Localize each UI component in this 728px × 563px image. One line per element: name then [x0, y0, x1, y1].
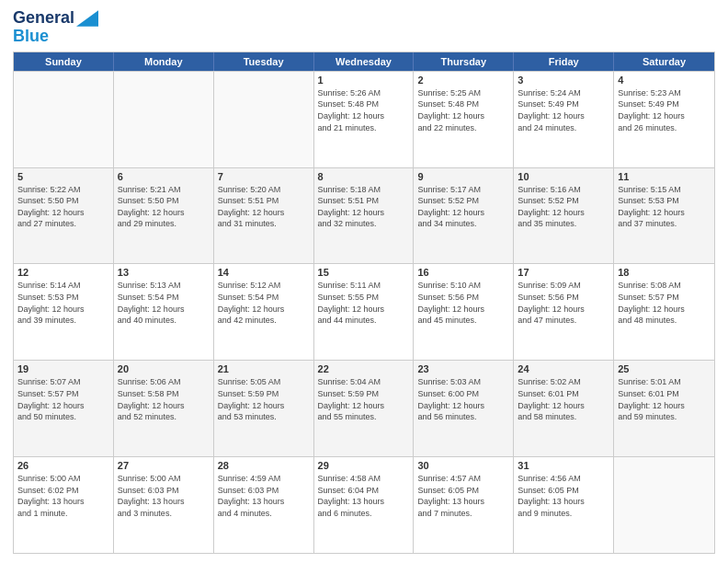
header-day-tuesday: Tuesday [214, 52, 314, 71]
cell-day-number: 30 [417, 460, 509, 471]
cell-day-number: 18 [618, 267, 711, 278]
calendar-cell-1-6: 11Sunrise: 5:15 AMSunset: 5:53 PMDayligh… [614, 168, 714, 264]
calendar-cell-3-6: 25Sunrise: 5:01 AMSunset: 6:01 PMDayligh… [614, 361, 714, 456]
calendar-row-2: 12Sunrise: 5:14 AMSunset: 5:53 PMDayligh… [14, 263, 714, 360]
calendar-cell-4-0: 26Sunrise: 5:00 AMSunset: 6:02 PMDayligh… [14, 457, 114, 553]
cell-day-number: 8 [318, 171, 410, 182]
cell-day-number: 3 [518, 75, 609, 86]
cell-day-number: 16 [417, 267, 509, 278]
cell-day-number: 13 [118, 267, 210, 278]
cell-day-number: 5 [17, 171, 109, 182]
logo-icon [76, 9, 98, 28]
calendar-header: SundayMondayTuesdayWednesdayThursdayFrid… [14, 52, 714, 71]
header-day-monday: Monday [114, 52, 214, 71]
calendar-cell-0-4: 2Sunrise: 5:25 AMSunset: 5:48 PMDaylight… [414, 72, 514, 167]
cell-day-number: 19 [17, 363, 109, 374]
cell-day-number: 11 [618, 171, 711, 182]
calendar-row-1: 5Sunrise: 5:22 AMSunset: 5:50 PMDaylight… [14, 167, 714, 264]
cell-info-text: Sunrise: 5:08 AMSunset: 5:57 PMDaylight:… [618, 280, 711, 326]
header-day-thursday: Thursday [414, 52, 514, 71]
cell-day-number: 9 [417, 171, 509, 182]
calendar-cell-2-5: 17Sunrise: 5:09 AMSunset: 5:56 PMDayligh… [514, 264, 614, 360]
cell-day-number: 4 [618, 75, 711, 86]
cell-info-text: Sunrise: 5:07 AMSunset: 5:57 PMDaylight:… [17, 376, 109, 422]
cell-day-number: 1 [318, 75, 410, 86]
cell-day-number: 29 [318, 460, 410, 471]
calendar-cell-2-6: 18Sunrise: 5:08 AMSunset: 5:57 PMDayligh… [614, 264, 714, 360]
header-day-wednesday: Wednesday [314, 52, 415, 71]
cell-day-number: 23 [417, 363, 509, 374]
cell-info-text: Sunrise: 4:57 AMSunset: 6:05 PMDaylight:… [417, 473, 509, 519]
cell-info-text: Sunrise: 5:13 AMSunset: 5:54 PMDaylight:… [118, 280, 210, 326]
calendar-cell-3-5: 24Sunrise: 5:02 AMSunset: 6:01 PMDayligh… [514, 361, 614, 456]
calendar-cell-4-2: 28Sunrise: 4:59 AMSunset: 6:03 PMDayligh… [214, 457, 314, 553]
cell-day-number: 6 [118, 171, 210, 182]
cell-info-text: Sunrise: 5:16 AMSunset: 5:52 PMDaylight:… [518, 184, 609, 230]
calendar-cell-2-1: 13Sunrise: 5:13 AMSunset: 5:54 PMDayligh… [114, 264, 214, 360]
calendar-cell-3-3: 22Sunrise: 5:04 AMSunset: 5:59 PMDayligh… [314, 361, 415, 456]
cell-info-text: Sunrise: 5:25 AMSunset: 5:48 PMDaylight:… [417, 87, 509, 133]
calendar-cell-4-6 [614, 457, 714, 553]
svg-marker-0 [76, 10, 98, 27]
cell-day-number: 31 [518, 460, 609, 471]
calendar-cell-1-3: 8Sunrise: 5:18 AMSunset: 5:51 PMDaylight… [314, 168, 415, 264]
cell-day-number: 21 [218, 363, 310, 374]
calendar-row-4: 26Sunrise: 5:00 AMSunset: 6:02 PMDayligh… [14, 456, 714, 553]
calendar-cell-0-6: 4Sunrise: 5:23 AMSunset: 5:49 PMDaylight… [614, 72, 714, 167]
calendar-cell-1-1: 6Sunrise: 5:21 AMSunset: 5:50 PMDaylight… [114, 168, 214, 264]
cell-info-text: Sunrise: 5:14 AMSunset: 5:53 PMDaylight:… [17, 280, 109, 326]
cell-info-text: Sunrise: 5:17 AMSunset: 5:52 PMDaylight:… [417, 184, 509, 230]
calendar-cell-4-3: 29Sunrise: 4:58 AMSunset: 6:04 PMDayligh… [314, 457, 415, 553]
calendar-cell-0-0 [14, 72, 114, 167]
cell-day-number: 28 [218, 460, 310, 471]
calendar-cell-2-4: 16Sunrise: 5:10 AMSunset: 5:56 PMDayligh… [414, 264, 514, 360]
cell-info-text: Sunrise: 4:56 AMSunset: 6:05 PMDaylight:… [518, 473, 609, 519]
cell-info-text: Sunrise: 5:26 AMSunset: 5:48 PMDaylight:… [318, 87, 410, 133]
cell-info-text: Sunrise: 5:10 AMSunset: 5:56 PMDaylight:… [417, 280, 509, 326]
logo: General Blue [13, 9, 100, 46]
calendar-body: 1Sunrise: 5:26 AMSunset: 5:48 PMDaylight… [14, 71, 714, 553]
cell-info-text: Sunrise: 5:00 AMSunset: 6:03 PMDaylight:… [118, 473, 210, 519]
header-day-sunday: Sunday [14, 52, 114, 71]
calendar-cell-4-5: 31Sunrise: 4:56 AMSunset: 6:05 PMDayligh… [514, 457, 614, 553]
calendar-cell-2-0: 12Sunrise: 5:14 AMSunset: 5:53 PMDayligh… [14, 264, 114, 360]
calendar-row-0: 1Sunrise: 5:26 AMSunset: 5:48 PMDaylight… [14, 71, 714, 167]
logo-text: General [13, 9, 74, 28]
cell-day-number: 27 [118, 460, 210, 471]
calendar-cell-3-4: 23Sunrise: 5:03 AMSunset: 6:00 PMDayligh… [414, 361, 514, 456]
cell-info-text: Sunrise: 5:15 AMSunset: 5:53 PMDaylight:… [618, 184, 711, 230]
calendar-cell-0-2 [214, 72, 314, 167]
cell-info-text: Sunrise: 5:18 AMSunset: 5:51 PMDaylight:… [318, 184, 410, 230]
cell-info-text: Sunrise: 5:11 AMSunset: 5:55 PMDaylight:… [318, 280, 410, 326]
calendar-cell-3-2: 21Sunrise: 5:05 AMSunset: 5:59 PMDayligh… [214, 361, 314, 456]
calendar-cell-1-4: 9Sunrise: 5:17 AMSunset: 5:52 PMDaylight… [414, 168, 514, 264]
cell-day-number: 10 [518, 171, 609, 182]
cell-day-number: 7 [218, 171, 310, 182]
logo-blue-text: Blue [13, 28, 49, 46]
cell-info-text: Sunrise: 5:24 AMSunset: 5:49 PMDaylight:… [518, 87, 609, 133]
calendar-cell-0-3: 1Sunrise: 5:26 AMSunset: 5:48 PMDaylight… [314, 72, 415, 167]
cell-day-number: 26 [17, 460, 109, 471]
calendar-cell-1-0: 5Sunrise: 5:22 AMSunset: 5:50 PMDaylight… [14, 168, 114, 264]
cell-info-text: Sunrise: 4:59 AMSunset: 6:03 PMDaylight:… [218, 473, 310, 519]
cell-day-number: 15 [318, 267, 410, 278]
cell-info-text: Sunrise: 5:21 AMSunset: 5:50 PMDaylight:… [118, 184, 210, 230]
calendar-cell-0-5: 3Sunrise: 5:24 AMSunset: 5:49 PMDaylight… [514, 72, 614, 167]
calendar-cell-0-1 [114, 72, 214, 167]
cell-info-text: Sunrise: 5:04 AMSunset: 5:59 PMDaylight:… [318, 376, 410, 422]
calendar-cell-2-2: 14Sunrise: 5:12 AMSunset: 5:54 PMDayligh… [214, 264, 314, 360]
cell-info-text: Sunrise: 5:03 AMSunset: 6:00 PMDaylight:… [417, 376, 509, 422]
cell-day-number: 12 [17, 267, 109, 278]
cell-info-text: Sunrise: 5:22 AMSunset: 5:50 PMDaylight:… [17, 184, 109, 230]
calendar-cell-4-1: 27Sunrise: 5:00 AMSunset: 6:03 PMDayligh… [114, 457, 214, 553]
calendar-cell-1-2: 7Sunrise: 5:20 AMSunset: 5:51 PMDaylight… [214, 168, 314, 264]
cell-day-number: 17 [518, 267, 609, 278]
cell-info-text: Sunrise: 4:58 AMSunset: 6:04 PMDaylight:… [318, 473, 410, 519]
cell-info-text: Sunrise: 5:00 AMSunset: 6:02 PMDaylight:… [17, 473, 109, 519]
cell-info-text: Sunrise: 5:20 AMSunset: 5:51 PMDaylight:… [218, 184, 310, 230]
header: General Blue [13, 9, 715, 46]
cell-day-number: 14 [218, 267, 310, 278]
header-day-friday: Friday [514, 52, 614, 71]
calendar-cell-3-0: 19Sunrise: 5:07 AMSunset: 5:57 PMDayligh… [14, 361, 114, 456]
cell-info-text: Sunrise: 5:09 AMSunset: 5:56 PMDaylight:… [518, 280, 609, 326]
